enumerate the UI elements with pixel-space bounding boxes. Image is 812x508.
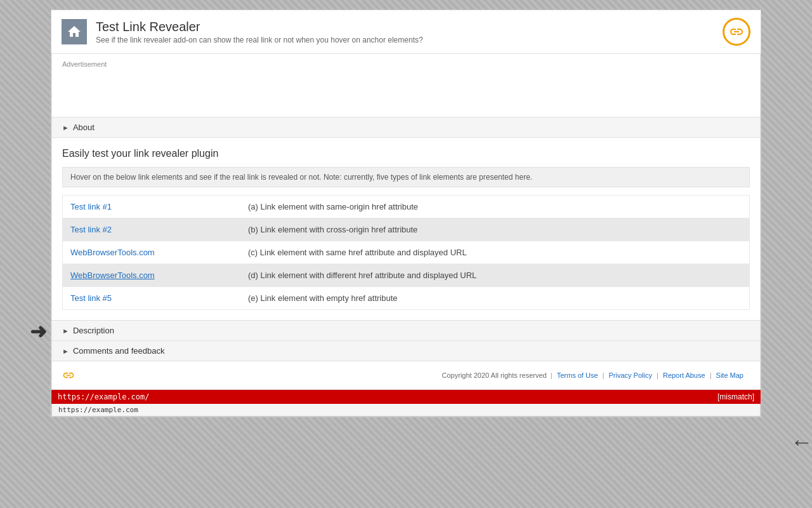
footer-link-icon [62, 369, 75, 382]
description-accordion-label: Description [73, 326, 114, 335]
comments-accordion-label: Comments and feedback [73, 346, 165, 356]
tooltip-url: https://example.com [58, 406, 138, 414]
status-bar: https://example.com/ [mismatch] [51, 390, 761, 404]
link-badge [723, 18, 750, 46]
test-link-1[interactable]: Test link #1 [70, 202, 112, 211]
main-container: Test Link Revealer See if the link revea… [51, 10, 761, 417]
description-accordion-header[interactable]: ► Description [52, 321, 760, 340]
table-row: Test link #5 (e) Link element with empty… [63, 287, 749, 309]
link-desc-1: (a) Link element with same-origin href a… [248, 202, 418, 211]
footer-links: | Terms of Use | Privacy Policy | Report… [549, 371, 746, 379]
info-box: Hover on the below link elements and see… [62, 167, 750, 187]
footer-sep-3: | [657, 371, 658, 379]
description-accordion-arrow: ► [62, 327, 69, 335]
comments-accordion-arrow: ► [62, 347, 69, 355]
footer: Copyright 2020 All rights reserved | Ter… [51, 361, 761, 390]
table-row: WebBrowserTools.com (d) Link element wit… [63, 264, 749, 287]
page-subtitle: See if the link revealer add-on can show… [96, 36, 723, 44]
chain-link-icon [729, 24, 744, 39]
link-desc-5: (e) Link element with empty href attribu… [248, 293, 398, 303]
about-accordion-label: About [73, 123, 95, 132]
table-row: Test link #1 (a) Link element with same-… [63, 196, 749, 218]
link-desc-3: (c) Link element with same href attribut… [248, 248, 467, 257]
info-text: Hover on the below link elements and see… [70, 173, 532, 182]
test-link-3[interactable]: WebBrowserTools.com [70, 248, 155, 257]
test-link-4[interactable]: WebBrowserTools.com [70, 271, 155, 280]
about-accordion-header[interactable]: ► About [52, 117, 760, 137]
home-icon-box [62, 19, 87, 44]
main-content-section: Easily test your link revealer plugin Ho… [51, 138, 761, 321]
content-title: Easily test your link revealer plugin [62, 148, 750, 159]
link-desc-4: (d) Link element with different href att… [248, 271, 476, 280]
test-link-5[interactable]: Test link #5 [70, 293, 112, 303]
footer-sep-1: | [551, 371, 553, 379]
about-accordion-arrow: ► [62, 124, 69, 131]
tooltip-bar: https://example.com [51, 404, 761, 417]
page-title: Test Link Revealer [96, 20, 723, 34]
right-arrow-indicator: ← [790, 429, 812, 455]
table-row: WebBrowserTools.com (c) Link element wit… [63, 241, 749, 264]
link-cell-4: WebBrowserTools.com [70, 271, 248, 280]
comments-accordion-header[interactable]: ► Comments and feedback [52, 341, 760, 361]
description-accordion[interactable]: ► Description [51, 321, 761, 341]
status-bar-mismatch-label: [mismatch] [717, 392, 754, 401]
home-icon [67, 24, 82, 39]
status-bar-url: https://example.com/ [58, 392, 150, 401]
report-abuse-link[interactable]: Report Abuse [663, 371, 705, 379]
link-rows-container: ➜ Test link #1 (a) Link element with sam… [62, 195, 750, 310]
footer-sep-2: | [603, 371, 605, 379]
site-map-link[interactable]: Site Map [716, 371, 743, 379]
footer-sep-4: | [710, 371, 712, 379]
header-text: Test Link Revealer See if the link revea… [96, 20, 723, 44]
footer-copyright: Copyright 2020 All rights reserved | Ter… [442, 371, 746, 379]
terms-of-use-link[interactable]: Terms of Use [557, 371, 598, 379]
link-cell-5: Test link #5 [70, 293, 248, 303]
advertisement-section: Advertisement [51, 54, 761, 117]
advertisement-label: Advertisement [62, 60, 750, 68]
test-link-2[interactable]: Test link #2 [70, 225, 112, 234]
page-header: Test Link Revealer See if the link revea… [51, 10, 761, 54]
left-arrow-indicator: ➜ [30, 319, 47, 344]
about-accordion[interactable]: ► About [51, 117, 761, 138]
comments-accordion[interactable]: ► Comments and feedback [51, 341, 761, 361]
link-cell-1: Test link #1 [70, 202, 248, 211]
privacy-policy-link[interactable]: Privacy Policy [608, 371, 652, 379]
link-cell-2: Test link #2 [70, 225, 248, 234]
link-cell-3: WebBrowserTools.com [70, 248, 248, 257]
link-desc-2: (b) Link element with cross-origin href … [248, 225, 417, 234]
table-row: Test link #2 (b) Link element with cross… [63, 218, 749, 241]
